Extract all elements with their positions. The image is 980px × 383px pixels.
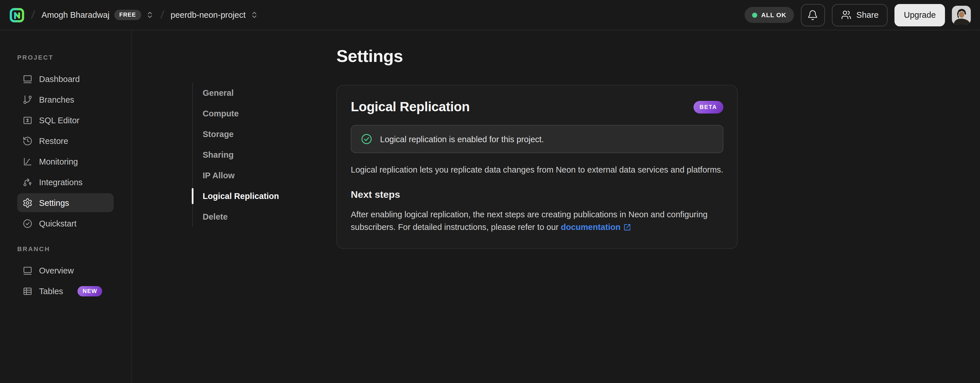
users-icon [841,10,851,20]
documentation-link[interactable]: documentation [561,222,620,232]
new-badge: NEW [78,286,102,296]
beta-badge: BETA [693,101,723,113]
breadcrumb-separator: / [160,9,165,21]
subnav-item-sharing[interactable]: Sharing [193,144,291,165]
neon-console: / Amogh Bharadwaj FREE / peerdb-neon-pro… [0,0,980,383]
sidebar-item-monitoring[interactable]: Monitoring [17,152,114,171]
top-bar-actions: ALL OK Share Upgrade [745,4,971,26]
breadcrumb-project[interactable]: peerdb-neon-project [170,10,258,19]
next-steps-paragraph: After enabling logical replication, the … [351,208,723,234]
org-plan-badge: FREE [114,10,141,20]
content-area: General Compute Storage Sharing IP Allow… [132,30,980,383]
upgrade-button[interactable]: Upgrade [895,4,945,26]
sidebar-section-project: PROJECT [17,54,114,61]
sidebar-item-integrations[interactable]: Integrations [17,173,114,192]
gear-icon [22,198,33,208]
card-description: Logical replication lets you replicate d… [351,163,723,176]
sql-editor-icon [22,115,33,125]
sidebar: PROJECT Dashboard Branches SQL Editor [0,30,132,383]
subnav-item-storage[interactable]: Storage [193,124,291,144]
integrations-icon [22,177,33,187]
settings-main: Settings Logical Replication BETA Logica… [336,30,980,249]
sidebar-item-label: Restore [39,136,68,146]
status-badge[interactable]: ALL OK [745,7,794,23]
chart-line-icon [22,156,33,166]
sidebar-item-sql-editor[interactable]: SQL Editor [17,111,114,130]
sidebar-item-quickstart[interactable]: Quickstart [17,214,114,233]
project-selector-chevrons-icon[interactable] [250,11,258,19]
sidebar-item-label: Overview [39,266,74,275]
top-bar: / Amogh Bharadwaj FREE / peerdb-neon-pro… [0,0,980,30]
org-name: Amogh Bharadwaj [41,10,110,19]
sidebar-item-restore[interactable]: Restore [17,131,114,150]
card-title: Logical Replication [351,99,469,115]
git-branch-icon [22,94,33,104]
sidebar-item-dashboard[interactable]: Dashboard [17,70,114,88]
subnav-item-general[interactable]: General [193,82,291,103]
subnav-item-delete[interactable]: Delete [193,206,291,227]
neon-logo[interactable] [9,7,25,23]
breadcrumb-org[interactable]: Amogh Bharadwaj FREE [41,10,154,20]
next-steps-text: After enabling logical replication, the … [351,210,708,232]
sidebar-item-label: SQL Editor [39,116,80,125]
check-circle-icon [361,133,372,145]
table-icon [22,286,33,296]
breadcrumb-separator: / [31,9,36,21]
subnav-item-compute[interactable]: Compute [193,103,291,124]
sidebar-item-label: Quickstart [39,219,76,228]
next-steps-title: Next steps [351,189,723,201]
sidebar-section-gap [17,234,114,245]
settings-subnav: General Compute Storage Sharing IP Allow… [192,82,291,227]
bell-icon [807,9,818,21]
history-icon [22,136,33,146]
notifications-button[interactable] [800,4,825,26]
sidebar-item-label: Branches [39,95,74,104]
subnav-item-logical-replication[interactable]: Logical Replication [193,186,291,206]
window-icon [22,265,33,275]
external-link-icon[interactable] [624,222,631,234]
org-selector-chevrons-icon[interactable] [146,11,154,19]
status-dot-icon [752,12,757,17]
status-label: ALL OK [761,11,786,18]
card-header: Logical Replication BETA [351,99,723,115]
check-circle-icon [22,218,33,228]
sidebar-item-label: Dashboard [39,74,80,84]
main-layout: PROJECT Dashboard Branches SQL Editor [0,30,980,383]
success-banner-text: Logical replication is enabled for this … [380,135,544,144]
sidebar-item-settings[interactable]: Settings [17,193,114,212]
sidebar-item-label: Settings [39,198,69,207]
sidebar-section-branch: BRANCH [17,245,114,253]
sidebar-item-branches[interactable]: Branches [17,90,114,109]
sidebar-item-label: Monitoring [39,157,78,166]
sidebar-item-tables[interactable]: Tables NEW [17,282,114,301]
logical-replication-card: Logical Replication BETA Logical replica… [336,85,738,249]
sidebar-item-label: Tables [39,286,63,296]
success-banner: Logical replication is enabled for this … [351,125,723,153]
dashboard-icon [22,74,33,84]
user-avatar[interactable] [952,5,971,24]
sidebar-item-overview[interactable]: Overview [17,261,114,280]
share-label: Share [856,10,878,19]
subnav-item-ip-allow[interactable]: IP Allow [193,165,291,186]
share-button[interactable]: Share [832,4,888,26]
sidebar-item-label: Integrations [39,177,83,187]
project-name: peerdb-neon-project [170,10,245,19]
page-title: Settings [336,46,980,66]
